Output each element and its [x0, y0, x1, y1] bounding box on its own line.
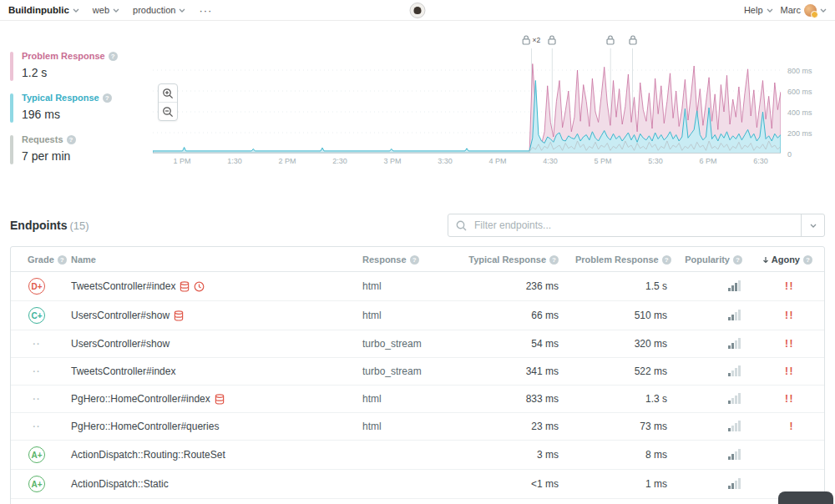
- more-dots-icon: ···: [199, 4, 212, 17]
- popularity-cell: [676, 272, 751, 301]
- help-icon[interactable]: ?: [733, 255, 742, 265]
- table-row[interactable]: C+UsersController#showhtml66 ms510 ms!!: [11, 301, 824, 330]
- column-header-name[interactable]: Name: [63, 247, 354, 272]
- database-icon: [180, 281, 190, 292]
- lock-icon: [548, 35, 556, 45]
- deploy-marker[interactable]: [548, 35, 556, 45]
- popularity-bars-icon: [728, 448, 742, 460]
- typical-response-value: 3 ms: [450, 499, 567, 504]
- endpoint-name[interactable]: UsersController#show: [71, 338, 170, 350]
- column-header-grade[interactable]: Grade?: [11, 247, 63, 272]
- response-format: turbo_stream: [354, 358, 450, 386]
- search-icon: [456, 220, 467, 231]
- problem-response-value: 1 ms: [567, 470, 676, 499]
- x-axis-labels: 1 PM1:302 PM2:303 PM3:304 PM4:305 PM5:30…: [153, 157, 781, 169]
- bottom-right-widget[interactable]: [778, 491, 833, 504]
- brand-menu[interactable]: Buildinpublic: [8, 5, 79, 15]
- deploy-marker[interactable]: [606, 35, 615, 45]
- help-icon[interactable]: ?: [410, 255, 419, 265]
- endpoint-name[interactable]: UsersController#show: [71, 310, 170, 321]
- x-tick-label: 6 PM: [699, 157, 716, 165]
- help-icon[interactable]: ?: [58, 255, 67, 265]
- popularity-cell: [676, 413, 751, 441]
- user-menu[interactable]: Marc: [781, 4, 827, 17]
- endpoint-name[interactable]: ActionDispatch::Routing::RouteSet: [71, 449, 225, 461]
- more-menu[interactable]: ···: [199, 4, 212, 17]
- help-icon[interactable]: ?: [109, 52, 118, 61]
- table-row[interactable]: ··PgHero::HomeController#querieshtml23 m…: [11, 413, 824, 441]
- filter-dropdown-button[interactable]: [801, 214, 824, 236]
- metric-accent-bar: [10, 135, 13, 164]
- help-menu[interactable]: Help: [744, 5, 773, 15]
- help-icon[interactable]: ?: [67, 135, 76, 144]
- avatar: [804, 4, 817, 17]
- endpoint-name[interactable]: PgHero::HomeController#index: [71, 393, 210, 405]
- environment-menu[interactable]: production: [133, 5, 185, 15]
- zoom-in-button[interactable]: [159, 84, 177, 102]
- column-header-problem-response[interactable]: Problem Response?: [567, 247, 676, 272]
- column-header-typical-response[interactable]: Typical Response?: [450, 247, 567, 272]
- typical-response-value: <1 ms: [450, 470, 567, 499]
- brand-name: Buildinpublic: [8, 5, 69, 15]
- x-tick-label: 3:30: [438, 157, 453, 165]
- popularity-cell: [676, 441, 751, 470]
- x-tick-label: 4 PM: [488, 157, 506, 165]
- response-format: error: [354, 499, 450, 504]
- zoom-out-button[interactable]: [159, 102, 177, 120]
- table-row[interactable]: D+TweetsController#indexhtml236 ms1.5 s!…: [11, 272, 824, 301]
- environment-label: production: [133, 5, 175, 15]
- grade-none: ··: [33, 339, 40, 349]
- response-format: html: [354, 272, 450, 301]
- chevron-down-icon: [767, 8, 773, 13]
- x-tick-label: 6:30: [753, 157, 768, 165]
- typical-response-value: 236 ms: [450, 272, 567, 301]
- help-icon[interactable]: ?: [662, 255, 671, 265]
- popularity-cell: [676, 358, 751, 386]
- help-icon[interactable]: ?: [103, 93, 112, 103]
- metric-value: 1.2 s: [22, 66, 153, 79]
- grade-none: ··: [33, 394, 40, 404]
- table-row[interactable]: A+ActionDispatch::Routing::RouteSet3 ms8…: [11, 441, 824, 470]
- column-header-popularity[interactable]: Popularity?: [676, 247, 751, 272]
- filter-box: [448, 214, 825, 237]
- response-format: [354, 470, 450, 499]
- response-time-chart[interactable]: ×2 1 PM1:302 PM2:303 PM3:304 PM4:305 PM5…: [153, 48, 781, 154]
- deploy-marker[interactable]: [629, 35, 637, 45]
- notification-dot: [811, 11, 818, 18]
- endpoint-name[interactable]: TweetsController#index: [71, 365, 175, 377]
- lock-icon: [629, 35, 637, 45]
- app-badge[interactable]: [410, 3, 426, 18]
- chart-canvas[interactable]: [153, 48, 781, 154]
- lock-icon: [606, 35, 615, 45]
- database-icon: [215, 394, 225, 405]
- endpoint-name[interactable]: ActionDispatch::Static: [71, 478, 169, 490]
- metric-value: 196 ms: [22, 108, 153, 121]
- typical-response-value: 3 ms: [450, 441, 567, 470]
- popularity-bars-icon: [728, 392, 742, 404]
- endpoint-name[interactable]: PgHero::HomeController#queries: [71, 421, 219, 432]
- overview-section: Problem Response?1.2 sTypical Response?1…: [0, 21, 835, 175]
- table-row[interactable]: PgHero::HomeController#indexerror3 ms4 m…: [11, 499, 824, 504]
- help-icon[interactable]: ?: [803, 255, 812, 265]
- column-header-response[interactable]: Response?: [354, 247, 450, 272]
- filter-endpoints-input[interactable]: [473, 219, 801, 232]
- endpoint-name[interactable]: TweetsController#index: [71, 280, 175, 292]
- table-row[interactable]: ··UsersController#showturbo_stream54 ms3…: [11, 330, 824, 358]
- metric-label: Typical Response: [22, 93, 99, 103]
- y-tick-label: 400 ms: [787, 108, 812, 117]
- table-row[interactable]: A+ActionDispatch::Static<1 ms1 ms: [11, 470, 824, 499]
- y-tick-label: 600 ms: [787, 88, 812, 96]
- magnifier-plus-icon: [162, 88, 174, 99]
- deploy-marker[interactable]: ×2: [523, 35, 541, 45]
- app-menu[interactable]: web: [93, 5, 119, 15]
- endpoints-count: (15): [69, 219, 89, 232]
- metric-value: 7 per min: [22, 149, 153, 163]
- table-row[interactable]: ··PgHero::HomeController#indexhtml833 ms…: [11, 386, 824, 413]
- x-tick-label: 2 PM: [278, 157, 296, 165]
- popularity-bars-icon: [728, 477, 742, 489]
- table-row[interactable]: ··TweetsController#indexturbo_stream341 …: [11, 358, 824, 386]
- column-header-agony[interactable]: Agony?: [751, 247, 824, 272]
- agony-value: !!: [751, 358, 824, 386]
- help-icon[interactable]: ?: [549, 255, 559, 265]
- x-tick-label: 5:30: [648, 157, 663, 165]
